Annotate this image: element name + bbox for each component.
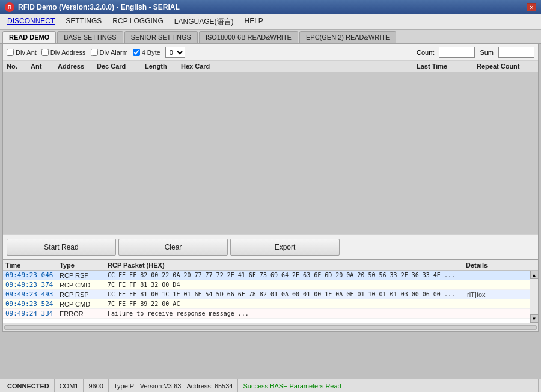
log-hex: 7C FE FF B9 22 00 AC <box>108 301 467 307</box>
log-scroll-area: 09:49:23 046RCP RSPCC FE FF 82 00 22 0A … <box>3 271 538 323</box>
tab-iso18000[interactable]: ISO18000-6B READ&WRITE <box>199 31 298 43</box>
log-col-rcp: RCP Packet (HEX) <box>108 262 466 269</box>
export-button[interactable]: Export <box>230 239 340 256</box>
log-hex: CC FE FF 82 00 22 0A 20 77 77 72 2E 41 6… <box>108 272 467 278</box>
byte-select[interactable]: 0 1 2 3 4 <box>165 47 185 58</box>
tab-senior-settings[interactable]: SENIOR SETTINGS <box>124 31 198 43</box>
status-info: Type:P - Version:V3.63 - Address: 65534 <box>109 379 239 392</box>
col-hex-card: Hex Card <box>180 62 415 70</box>
log-type: RCP CMD <box>60 281 108 289</box>
app-icon: R <box>5 2 14 12</box>
count-input[interactable] <box>439 47 475 58</box>
action-buttons: Start Read Clear Export <box>3 234 538 259</box>
title-bar: R RFID Demo (Version:3.2.0.0) - English … <box>0 0 541 14</box>
log-details: rlT]fox <box>467 291 527 298</box>
scroll-up-arrow[interactable]: ▲ <box>530 271 539 279</box>
log-type: RCP RSP <box>60 272 108 279</box>
log-header: Time Type RCP Packet (HEX) Details <box>3 260 538 271</box>
menu-disconnect[interactable]: DISCONNECT <box>2 16 60 28</box>
main-content: Div Ant Div Address Div Alarm 4 Byte 0 1… <box>2 44 539 260</box>
log-time: 09:49:23 046 <box>5 271 60 279</box>
title-text: RFID Demo (Version:3.2.0.0) - English - … <box>18 3 180 11</box>
close-button[interactable]: ✕ <box>527 3 536 11</box>
div-alarm-label[interactable]: Div Alarm <box>91 49 128 56</box>
div-address-label[interactable]: Div Address <box>41 49 86 56</box>
status-baud: 9600 <box>84 379 108 392</box>
div-ant-label[interactable]: Div Ant <box>7 49 37 56</box>
log-scroll-header <box>526 262 536 269</box>
horizontal-scroll[interactable] <box>3 323 538 331</box>
h-scroll-inner <box>4 325 537 330</box>
four-byte-label[interactable]: 4 Byte <box>133 49 160 56</box>
log-col-details: Details <box>466 262 526 269</box>
start-read-button[interactable]: Start Read <box>7 239 116 256</box>
div-address-checkbox[interactable] <box>41 49 49 56</box>
sum-label: Sum <box>480 49 494 56</box>
div-ant-checkbox[interactable] <box>7 49 14 56</box>
four-byte-checkbox[interactable] <box>133 49 140 56</box>
sum-input[interactable] <box>498 47 534 58</box>
status-connected: CONNECTED <box>2 379 55 392</box>
col-length: Length <box>144 62 180 70</box>
log-type: ERROR <box>60 310 108 317</box>
log-col-type: Type <box>60 262 108 269</box>
status-message: Success BASE Parameters Read <box>238 379 539 392</box>
log-row: 09:49:23 524RCP CMD7C FE FF B9 22 00 AC <box>3 299 530 309</box>
log-row: 09:49:23 046RCP RSPCC FE FF 82 00 22 0A … <box>3 271 530 280</box>
col-last-time: Last Time <box>415 62 475 70</box>
log-scrollbar[interactable]: ▲ ▼ <box>530 271 538 323</box>
div-alarm-checkbox[interactable] <box>91 49 98 56</box>
log-type: RCP RSP <box>60 291 108 298</box>
log-row: 09:49:23 374RCP CMD7C FE FF 81 32 00 D4 <box>3 280 530 290</box>
log-col-time: Time <box>5 262 60 269</box>
menu-rcp-logging[interactable]: RCP LOGGING <box>108 16 168 28</box>
log-time: 09:49:24 334 <box>5 310 60 317</box>
col-no: No. <box>5 62 29 70</box>
status-com: COM1 <box>55 379 84 392</box>
scroll-track <box>530 279 538 314</box>
menu-settings[interactable]: SETTINGS <box>61 16 106 28</box>
log-hex: CC FE FF 81 00 1C 1E 01 6E 54 5D 66 6F 7… <box>108 291 467 298</box>
log-type: RCP CMD <box>60 301 108 308</box>
log-panel: Time Type RCP Packet (HEX) Details 09:49… <box>2 260 539 332</box>
options-bar: Div Ant Div Address Div Alarm 4 Byte 0 1… <box>3 44 538 61</box>
menu-help[interactable]: HELP <box>240 16 268 28</box>
log-time: 09:49:23 493 <box>5 290 60 298</box>
tab-epc-gen2[interactable]: EPC(GEN 2) READ&WRITE <box>299 31 396 43</box>
log-hex: Failure to receive response message ... <box>108 310 467 317</box>
tab-base-settings[interactable]: BASE SETTINGS <box>57 31 123 43</box>
log-hex: 7C FE FF 81 32 00 D4 <box>108 281 467 288</box>
log-row: 09:49:23 493RCP RSPCC FE FF 81 00 1C 1E … <box>3 290 530 299</box>
count-label: Count <box>417 49 434 56</box>
menu-language[interactable]: LANGUAGE(语言) <box>170 16 239 28</box>
col-repeat-count: Repeat Count <box>475 62 536 70</box>
menu-bar: DISCONNECT SETTINGS RCP LOGGING LANGUAGE… <box>0 14 541 30</box>
col-ant: Ant <box>29 62 57 70</box>
scroll-down-arrow[interactable]: ▼ <box>530 314 539 323</box>
tabs-row: READ DEMO BASE SETTINGS SENIOR SETTINGS … <box>0 30 541 44</box>
log-row: 09:49:24 334ERRORFailure to receive resp… <box>3 309 530 319</box>
log-rows-container[interactable]: 09:49:23 046RCP RSPCC FE FF 82 00 22 0A … <box>3 271 530 323</box>
log-time: 09:49:23 374 <box>5 281 60 289</box>
col-dec-card: Dec Card <box>96 62 144 70</box>
col-address: Address <box>57 62 96 70</box>
status-bar: CONNECTED COM1 9600 Type:P - Version:V3.… <box>0 379 541 392</box>
clear-button[interactable]: Clear <box>118 239 228 256</box>
log-time: 09:49:23 524 <box>5 300 60 308</box>
table-body <box>3 72 538 234</box>
table-header: No. Ant Address Dec Card Length Hex Card… <box>3 61 538 72</box>
tab-read-demo[interactable]: READ DEMO <box>2 31 56 43</box>
